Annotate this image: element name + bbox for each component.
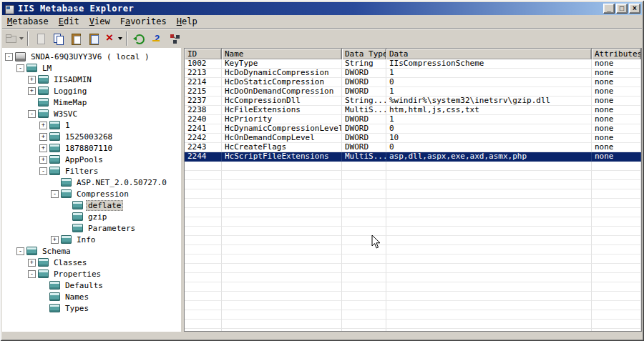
toolbar (2, 28, 642, 48)
table-row-2214[interactable]: 2214HcDoStaticCompressionDWORD0none (185, 78, 641, 87)
column-header-attributes[interactable]: Attributes (592, 49, 641, 59)
expand-icon[interactable]: + (39, 144, 47, 152)
expand-icon[interactable]: + (39, 133, 47, 141)
tree-item-parameters[interactable]: Parameters (2, 222, 181, 234)
column-header-name[interactable]: Name (222, 49, 342, 59)
empty-cell (185, 273, 222, 282)
menu-metabase[interactable]: Metabase (2, 16, 54, 27)
tree-item-snda-69q3uyy3v6-local[interactable]: -SNDA-69Q3UYY3V6 ( local ) (2, 51, 181, 62)
refresh-button[interactable] (131, 31, 147, 46)
tree-item-apppools[interactable]: +AppPools (2, 154, 181, 165)
help-2-button[interactable] (149, 31, 165, 46)
expand-icon[interactable]: + (39, 122, 47, 129)
collapse-icon[interactable]: - (5, 53, 13, 61)
tree-item-compression[interactable]: -Compression (2, 188, 181, 199)
table-row-2242[interactable]: 2242HcOnDemandCompLevelDWORD10none (185, 134, 641, 143)
expand-icon[interactable]: + (51, 236, 59, 244)
table-row-1002[interactable]: 1002KeyTypeStringIIsCompressionSchemenon… (185, 59, 641, 69)
table-row-2243[interactable]: 2243HcCreateFlagsDWORD0none (185, 143, 641, 152)
cell-id: 2214 (185, 78, 222, 87)
collapse-icon[interactable]: - (16, 247, 24, 255)
menu-bar: MetabaseEditViewFavoritesHelp (2, 15, 642, 28)
tree-item-1525003268[interactable]: +1525003268 (2, 131, 181, 142)
empty-cell (222, 189, 342, 199)
tree-item-label: Compression (74, 189, 131, 199)
db-icon (49, 132, 60, 141)
empty-row (185, 273, 641, 282)
db-icon (61, 189, 72, 198)
collapse-icon[interactable]: - (39, 167, 47, 175)
collapse-icon[interactable]: - (28, 110, 36, 118)
edit-data-button[interactable] (32, 31, 49, 46)
dropdown-arrow-icon[interactable] (118, 37, 122, 40)
copy-button[interactable] (50, 31, 67, 46)
table-row-2238[interactable]: 2238HcFileExtensionsMultiS...htm,html,js… (185, 106, 641, 115)
cell-attributes: none (592, 143, 641, 152)
close-button[interactable]: × (629, 4, 640, 14)
tree-item-asp-net-2-0-50727-0[interactable]: ASP.NET_2.0.50727.0 (2, 177, 181, 188)
tree-item-classes[interactable]: +Classes (2, 257, 181, 268)
property-list: IDNameData TypeDataAttributes 1002KeyTyp… (184, 48, 642, 332)
connect-button[interactable] (167, 31, 183, 46)
tree-item-gzip[interactable]: gzip (2, 211, 181, 222)
tree-item-info[interactable]: +Info (2, 234, 181, 245)
column-header-data-type[interactable]: Data Type (342, 49, 386, 59)
table-row-2215[interactable]: 2215HcDoOnDemandCompressionDWORD1none (185, 87, 641, 97)
cell-data: 1 (386, 115, 592, 124)
expand-icon[interactable]: + (28, 87, 36, 95)
expand-icon[interactable]: + (28, 76, 36, 84)
tree-item-label: Classes (52, 257, 89, 268)
delete-button[interactable] (104, 31, 122, 46)
tree-item-lm[interactable]: -LM (2, 62, 181, 74)
tree-item-schema[interactable]: -Schema (2, 245, 181, 257)
empty-cell (222, 264, 342, 273)
collapse-icon[interactable]: - (16, 64, 24, 72)
column-header-id[interactable]: ID (185, 49, 222, 59)
tree-item-iisadmin[interactable]: +IISADMIN (2, 74, 181, 85)
empty-row (185, 245, 641, 254)
paste-button[interactable] (68, 31, 84, 46)
menu-help[interactable]: Help (172, 16, 203, 27)
table-row-2237[interactable]: 2237HcCompressionDllString...%windir%\sy… (185, 97, 641, 106)
expand-icon[interactable]: + (39, 156, 47, 164)
empty-cell (342, 310, 386, 320)
empty-cell (222, 282, 342, 292)
title-bar[interactable]: IIS Metabase Explorer _ □ × (2, 2, 642, 15)
tree-item-defaults[interactable]: Defaults (2, 280, 181, 291)
table-row-2244[interactable]: 2244HcScriptFileExtensionsMultiS...asp,d… (185, 152, 641, 162)
empty-row (185, 310, 641, 320)
menu-view[interactable]: View (84, 16, 115, 27)
column-header-data[interactable]: Data (386, 49, 592, 59)
collapse-icon[interactable]: - (28, 270, 36, 278)
tree-item-deflate[interactable]: deflate (2, 199, 181, 211)
duplicate-button[interactable] (86, 31, 102, 46)
minimize-button[interactable]: _ (603, 4, 615, 14)
collapse-icon[interactable]: - (51, 190, 59, 198)
tree-item-1[interactable]: +1 (2, 119, 181, 131)
menu-favorites[interactable]: Favorites (115, 16, 172, 27)
table-row-2241[interactable]: 2241HcDynamicCompressionLevelDWORD0none (185, 124, 641, 134)
tree-item-1878807110[interactable]: +1878807110 (2, 142, 181, 154)
menu-edit[interactable]: Edit (54, 16, 84, 27)
empty-cell (185, 320, 222, 329)
tree-item-types[interactable]: Types (2, 302, 181, 314)
db-icon (38, 270, 49, 278)
tree-item-label: 1878807110 (63, 143, 114, 154)
tree-item-properties[interactable]: -Properties (2, 268, 181, 280)
tree-item-logging[interactable]: +Logging (2, 85, 181, 97)
cell-data-type: String... (342, 97, 386, 106)
tree-item-mimemap[interactable]: MimeMap (2, 97, 181, 108)
cell-data: 0 (386, 78, 592, 87)
tree-item-w3svc[interactable]: -W3SVC (2, 108, 181, 119)
tree-indent (2, 125, 39, 126)
table-row-2240[interactable]: 2240HcPriorityDWORD1none (185, 115, 641, 124)
maximize-button[interactable]: □ (616, 4, 628, 14)
tree-item-filters[interactable]: -Filters (2, 165, 181, 177)
empty-cell (185, 189, 222, 199)
table-row-2213[interactable]: 2213HcDoDynamicCompressionDWORD1none (185, 69, 641, 78)
new-key-button[interactable] (5, 31, 24, 46)
tree-item-names[interactable]: Names (2, 291, 181, 302)
empty-cell (222, 208, 342, 217)
expand-icon[interactable]: + (28, 259, 36, 267)
dropdown-arrow-icon[interactable] (19, 37, 24, 40)
